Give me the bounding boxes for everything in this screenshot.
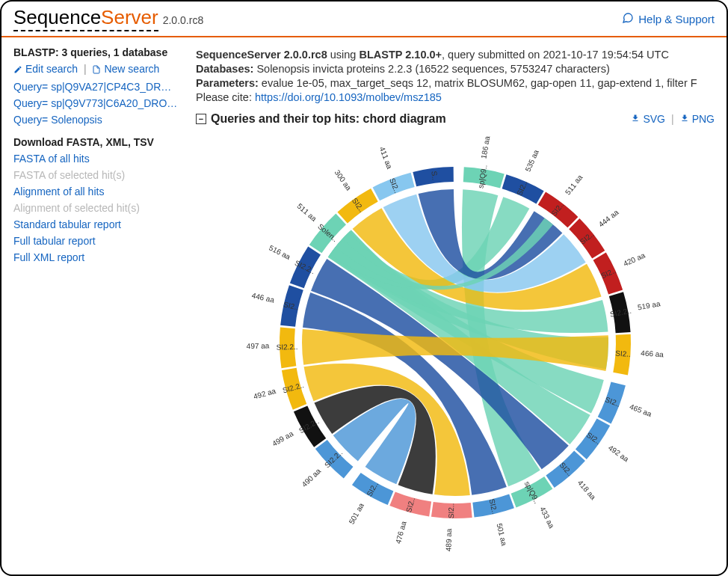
arc-outer-label: 186 aa bbox=[479, 135, 491, 159]
arc-outer-label: 501 aa bbox=[496, 522, 509, 547]
arc-outer-label: 418 aa bbox=[576, 479, 598, 502]
arc-outer-label: 465 aa bbox=[629, 402, 653, 418]
arc-outer-label: 535 aa bbox=[523, 148, 540, 173]
download-heading: Download FASTA, XML, TSV bbox=[13, 136, 178, 148]
download-icon bbox=[631, 113, 640, 125]
arc-outer-label: 511 aa bbox=[295, 202, 318, 224]
content: SequenceServer 2.0.0.rc8 using BLASTP 2.… bbox=[196, 46, 715, 552]
collapse-toggle[interactable]: − bbox=[196, 114, 206, 124]
logo[interactable]: SequenceServer 2.0.0.rc8 bbox=[13, 6, 203, 31]
download-link[interactable]: Alignment of all hits bbox=[13, 186, 178, 197]
help-label: Help & Support bbox=[638, 13, 715, 25]
arc-outer-label: 444 aa bbox=[597, 208, 620, 229]
arc-inner-label: SI2.. bbox=[447, 503, 455, 519]
chord-diagram[interactable]: 186 aasp|Q9..535 aaSI2..511 aaSI2..444 a… bbox=[196, 133, 715, 552]
arc-outer-label: 300 aa bbox=[333, 168, 354, 192]
download-link: FASTA of selected hit(s) bbox=[13, 169, 178, 181]
arc-inner-label: S.. bbox=[430, 171, 439, 181]
download-link[interactable]: Full tabular report bbox=[13, 235, 178, 247]
download-link[interactable]: Full XML report bbox=[13, 251, 178, 263]
arc-outer-label: 516 aa bbox=[268, 244, 292, 262]
file-icon bbox=[92, 64, 101, 76]
help-link[interactable]: Help & Support bbox=[622, 12, 715, 26]
edit-search-link[interactable]: Edit search bbox=[13, 63, 81, 75]
export-png-button[interactable]: PNG bbox=[680, 113, 715, 125]
chat-icon bbox=[622, 12, 634, 26]
pencil-icon bbox=[13, 64, 22, 76]
query-link[interactable]: Query= Solenopsis bbox=[13, 114, 178, 126]
arc-outer-label: 433 aa bbox=[538, 506, 556, 530]
arc-inner-label: SI2.. bbox=[615, 349, 631, 358]
export-svg-button[interactable]: SVG bbox=[631, 113, 665, 125]
arc-outer-label: 501 aa bbox=[348, 501, 366, 525]
arc-outer-label: 476 aa bbox=[394, 520, 408, 545]
query-link[interactable]: Query= sp|Q9V773|C6A20_DROME bbox=[13, 97, 178, 109]
meta-block: SequenceServer 2.0.0.rc8 using BLASTP 2.… bbox=[196, 49, 715, 103]
logo-text: SequenceServer bbox=[13, 6, 158, 31]
arc-outer-label: 492 aa bbox=[253, 387, 277, 401]
new-search-link[interactable]: New search bbox=[92, 63, 159, 75]
logo-version: 2.0.0.rc8 bbox=[163, 14, 203, 26]
arc-outer-label: 466 aa bbox=[641, 349, 664, 358]
sidebar-title: BLASTP: 3 queries, 1 database bbox=[13, 46, 178, 58]
download-link: Alignment of selected hit(s) bbox=[13, 202, 178, 214]
sidebar: BLASTP: 3 queries, 1 database Edit searc… bbox=[13, 46, 178, 552]
arc-outer-label: 490 aa bbox=[300, 467, 322, 488]
arc-outer-label: 489 aa bbox=[444, 528, 453, 551]
topbar: SequenceServer 2.0.0.rc8 Help & Support bbox=[1, 1, 727, 37]
viz-header: − Queries and their top hits: chord diag… bbox=[196, 112, 715, 126]
arc-outer-label: 519 aa bbox=[637, 299, 661, 311]
viz-title: Queries and their top hits: chord diagra… bbox=[211, 112, 446, 126]
download-link[interactable]: FASTA of all hits bbox=[13, 153, 178, 165]
arc-outer-label: 420 aa bbox=[622, 251, 647, 268]
arc-outer-label: 511 aa bbox=[564, 173, 584, 196]
arc-outer-label: 411 aa bbox=[378, 146, 395, 171]
query-link[interactable]: Query= sp|Q9VA27|CP4C3_DROME bbox=[13, 81, 178, 93]
arc-outer-label: 497 aa bbox=[247, 341, 270, 350]
arc-inner-label: SI2.2.. bbox=[276, 343, 297, 352]
download-link[interactable]: Standard tabular report bbox=[13, 218, 178, 230]
citation-link[interactable]: https://doi.org/10.1093/molbev/msz185 bbox=[255, 91, 442, 103]
arc-outer-label: 446 aa bbox=[251, 291, 276, 304]
download-icon bbox=[680, 113, 689, 125]
arc-outer-label: 499 aa bbox=[271, 429, 294, 448]
arc-outer-label: 492 aa bbox=[607, 444, 631, 464]
